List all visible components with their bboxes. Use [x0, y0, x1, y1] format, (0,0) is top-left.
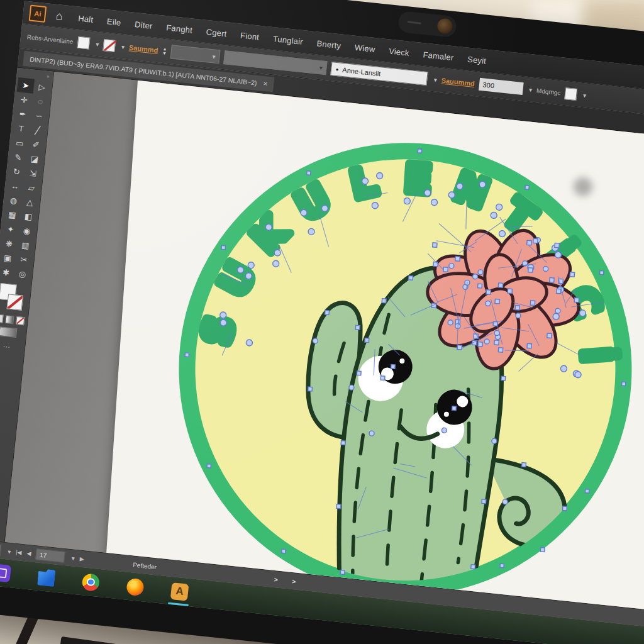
- color-swatch[interactable]: [564, 87, 577, 101]
- anchor-point[interactable]: [441, 428, 447, 433]
- chevron-down-icon[interactable]: ▾: [121, 43, 125, 50]
- menu-bnerty[interactable]: Bnerty: [309, 38, 348, 51]
- anchor-point[interactable]: [499, 230, 506, 237]
- anchor-point[interactable]: [575, 371, 582, 378]
- scale-tool[interactable]: ⇲: [24, 165, 42, 182]
- cactus-logo-artwork[interactable]: SUKULENTİÇİ: [138, 92, 644, 621]
- brush-style-dropdown[interactable]: ● Anne-Lanslit: [331, 62, 428, 86]
- width-tool[interactable]: ↔: [6, 178, 24, 194]
- anchor-point[interactable]: [528, 268, 533, 272]
- eyedropper-tool[interactable]: ✦: [2, 221, 19, 238]
- anchor-point[interactable]: [265, 224, 272, 231]
- chrome-icon[interactable]: [82, 573, 101, 592]
- anchor-point[interactable]: [553, 313, 560, 320]
- anchor-point[interactable]: [433, 262, 438, 266]
- slice-tool[interactable]: ✂: [15, 252, 33, 268]
- gradient-button[interactable]: [5, 315, 14, 324]
- anchor-point[interactable]: [560, 365, 567, 372]
- anchor-point[interactable]: [555, 308, 561, 314]
- eraser-tool[interactable]: ◪: [26, 151, 43, 167]
- anchor-point[interactable]: [557, 289, 561, 293]
- purple-app-icon[interactable]: [0, 564, 11, 582]
- chevron-down-icon[interactable]: ▾: [71, 555, 75, 562]
- anchor-point[interactable]: [336, 504, 341, 509]
- anchor-point[interactable]: [455, 257, 460, 261]
- anchor-point[interactable]: [321, 205, 328, 212]
- chevron-down-icon[interactable]: ▾: [96, 40, 99, 47]
- line-segment-tool[interactable]: ╱: [28, 122, 46, 138]
- anchor-point[interactable]: [404, 197, 411, 204]
- anchor-point[interactable]: [563, 506, 567, 511]
- symbol-sprayer-tool[interactable]: ❋: [0, 236, 18, 252]
- blend-tool[interactable]: ◉: [18, 223, 36, 240]
- menu-fanght[interactable]: Fanght: [159, 22, 200, 36]
- anchor-point[interactable]: [207, 464, 211, 468]
- anchor-point[interactable]: [274, 250, 281, 257]
- anchor-point[interactable]: [508, 289, 512, 293]
- stroke-swatch-none[interactable]: [103, 38, 116, 52]
- anchor-point[interactable]: [498, 348, 502, 352]
- anchor-point[interactable]: [478, 284, 482, 288]
- anchor-point[interactable]: [376, 172, 383, 179]
- anchor-point[interactable]: [301, 209, 308, 216]
- anchor-point[interactable]: [449, 263, 455, 269]
- anchor-point[interactable]: [484, 339, 490, 345]
- anchor-point[interactable]: [495, 299, 499, 304]
- anchor-point[interactable]: [185, 353, 189, 357]
- anchor-point[interactable]: [492, 438, 497, 444]
- type-tool[interactable]: T: [13, 121, 30, 137]
- anchor-point[interactable]: [479, 181, 486, 188]
- anchor-point[interactable]: [357, 371, 361, 375]
- anchor-point[interactable]: [478, 270, 484, 275]
- artboard-number-field[interactable]: 17: [35, 548, 65, 563]
- anchor-point[interactable]: [478, 342, 482, 347]
- anchor-point[interactable]: [409, 275, 413, 280]
- illustrator-icon[interactable]: A: [170, 582, 189, 601]
- anchor-point[interactable]: [391, 364, 396, 369]
- anchor-point[interactable]: [380, 376, 385, 380]
- anchor-point[interactable]: [382, 299, 386, 303]
- anchor-point[interactable]: [502, 499, 508, 505]
- color-button[interactable]: [0, 314, 3, 323]
- fill-stroke-indicator[interactable]: [0, 283, 27, 314]
- anchor-point[interactable]: [362, 178, 369, 185]
- anchor-point[interactable]: [418, 149, 421, 153]
- anchor-point[interactable]: [570, 272, 574, 277]
- anchor-point[interactable]: [555, 243, 559, 247]
- next-artboard-icon[interactable]: ▶: [79, 556, 84, 563]
- anchor-point[interactable]: [372, 202, 379, 209]
- gradient-tool[interactable]: ◧: [19, 209, 37, 225]
- anchor-point[interactable]: [496, 204, 502, 211]
- close-tab-icon[interactable]: ×: [263, 79, 268, 89]
- pen-tool[interactable]: ✒: [14, 106, 31, 123]
- anchor-point[interactable]: [308, 228, 315, 235]
- anchor-point[interactable]: [365, 338, 369, 343]
- anchor-point[interactable]: [525, 186, 529, 189]
- opacity-link[interactable]: Sauummd: [441, 76, 475, 87]
- menu-diter[interactable]: Diter: [128, 18, 160, 31]
- menu-famaler[interactable]: Famaler: [416, 49, 461, 63]
- anchor-point[interactable]: [313, 338, 318, 344]
- pencil-tool[interactable]: ✎: [9, 149, 27, 165]
- artboard-tool[interactable]: ▣: [0, 250, 16, 267]
- menu-halt[interactable]: Halt: [71, 13, 101, 25]
- anchor-point[interactable]: [494, 340, 499, 345]
- anchor-point[interactable]: [272, 260, 279, 267]
- canvas-pasteboard[interactable]: SUKULENTİÇİ: [5, 72, 644, 620]
- anchor-point[interactable]: [622, 382, 626, 386]
- selection-tool[interactable]: ➤: [17, 77, 35, 94]
- anchor-point[interactable]: [600, 270, 604, 274]
- anchor-point[interactable]: [341, 441, 345, 445]
- anchor-point[interactable]: [448, 192, 455, 199]
- none-button[interactable]: [16, 316, 25, 325]
- curvature-tool[interactable]: ∽: [30, 108, 48, 125]
- shape-builder-tool[interactable]: ◍: [5, 192, 23, 209]
- anchor-point[interactable]: [471, 565, 475, 569]
- anchor-point[interactable]: [530, 301, 535, 305]
- rectangle-tool[interactable]: ▭: [11, 135, 28, 152]
- draw-mode-button[interactable]: [0, 326, 17, 338]
- anchor-point[interactable]: [282, 549, 286, 553]
- hand-tool[interactable]: ✱: [0, 264, 15, 280]
- anchor-point[interactable]: [555, 252, 562, 258]
- anchor-point[interactable]: [355, 325, 360, 330]
